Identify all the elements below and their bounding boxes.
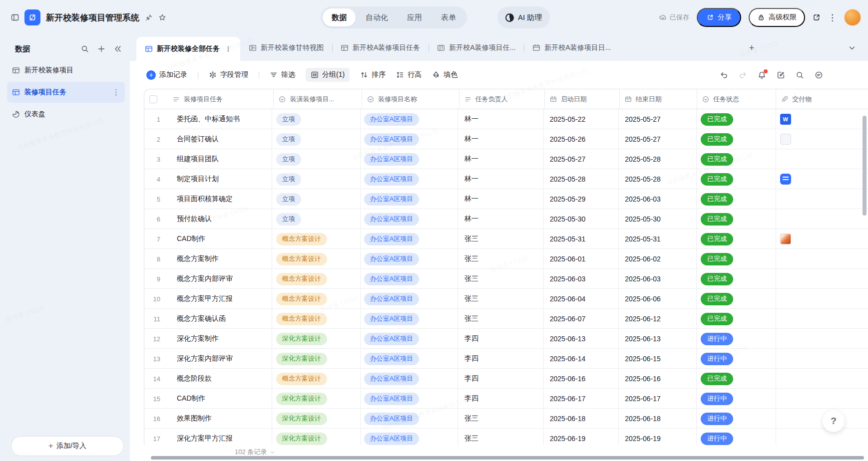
owner-cell[interactable]: 张三	[457, 409, 543, 429]
task-name-cell[interactable]: 概念方案确认函	[177, 314, 226, 323]
end-date-cell[interactable]: 2025-06-03	[618, 189, 696, 209]
task-name-cell[interactable]: 制定项目计划	[177, 175, 219, 184]
table-row[interactable]: 8 概念方案制作 概念方案设计 办公室A区项目 张三 2025-06-01 20…	[144, 249, 868, 269]
column-header[interactable]: 任务负责人	[459, 89, 544, 109]
view-tab[interactable]: 新开校装修全部任务 ⋮	[136, 37, 240, 61]
stage-tag[interactable]: 立项	[276, 173, 301, 186]
attachment-thumbnail[interactable]	[780, 233, 791, 244]
sidebar-item-menu-icon[interactable]: ⋮	[112, 88, 120, 97]
task-name-cell[interactable]: 合同签订确认	[177, 135, 219, 144]
sidebar-item[interactable]: 仪表盘 ⋮	[7, 104, 125, 125]
start-date-cell[interactable]: 2025-05-28	[543, 169, 619, 189]
star-icon[interactable]	[158, 13, 166, 21]
select-all-checkbox[interactable]	[149, 95, 157, 103]
mode-tab[interactable]: 应用	[398, 8, 431, 26]
end-date-cell[interactable]: 2025-06-16	[618, 369, 696, 389]
stage-tag[interactable]: 立项	[276, 133, 301, 146]
table-row[interactable]: 11 概念方案确认函 概念方案设计 办公室A区项目 张三 2025-06-07 …	[144, 309, 868, 329]
task-name-cell[interactable]: CAD制作	[177, 394, 206, 403]
sidebar-item[interactable]: 装修项目任务 ⋮	[7, 82, 125, 103]
status-badge[interactable]: 进行中	[701, 353, 733, 365]
start-date-cell[interactable]: 2025-06-01	[543, 249, 619, 269]
undo-icon[interactable]	[720, 71, 728, 79]
task-name-cell[interactable]: 委托函、中标通知书	[177, 115, 240, 124]
table-row[interactable]: 10 概念方案甲方汇报 概念方案设计 办公室A区项目 张三 2025-06-04…	[144, 289, 868, 309]
status-badge[interactable]: 进行中	[701, 433, 733, 445]
view-tab-menu-icon[interactable]: ⋮	[225, 45, 232, 53]
status-badge[interactable]: 进行中	[701, 413, 733, 425]
start-date-cell[interactable]: 2025-06-13	[543, 329, 619, 349]
end-date-cell[interactable]: 2025-06-02	[618, 249, 696, 269]
edit-record-icon[interactable]	[777, 71, 785, 79]
search-icon[interactable]	[81, 45, 89, 53]
project-tag[interactable]: 办公室A区项目	[364, 233, 420, 245]
end-date-cell[interactable]: 2025-05-28	[618, 149, 696, 169]
status-badge[interactable]: 进行中	[701, 393, 733, 405]
table-row[interactable]: 14 概念阶段款 概念方案设计 办公室A区项目 李四 2025-06-16 20…	[144, 369, 868, 389]
task-name-cell[interactable]: 深化方案甲方汇报	[177, 434, 233, 443]
start-date-cell[interactable]: 2025-06-04	[543, 289, 619, 309]
column-header[interactable]: 装修项目任务	[144, 89, 273, 109]
horizontal-scrollbar[interactable]	[151, 456, 864, 460]
stage-tag[interactable]: 深化方案设计	[276, 393, 327, 405]
sidebar-item[interactable]: 新开校装修项目 ⋮	[7, 60, 125, 81]
view-tab[interactable]: 新开校A装修项目任... ⋮	[429, 35, 524, 61]
project-tag[interactable]: 办公室A区项目	[364, 293, 420, 305]
project-tag[interactable]: 办公室A区项目	[364, 333, 420, 345]
vertical-scrollbar[interactable]	[863, 116, 867, 216]
owner-cell[interactable]: 李四	[457, 369, 543, 389]
table-row[interactable]: 12 深化方案制作 深化方案设计 办公室A区项目 李四 2025-06-13 2…	[144, 329, 868, 349]
project-tag[interactable]: 办公室A区项目	[364, 133, 420, 146]
mode-tab[interactable]: 数据	[323, 8, 356, 26]
group-button[interactable]: 分组(1)	[306, 68, 350, 82]
sidebar-toggle-icon[interactable]	[11, 13, 19, 21]
more-menu-icon[interactable]: ⋮	[828, 12, 837, 23]
column-header[interactable]: 装修项目名称	[362, 89, 459, 109]
table-row[interactable]: 16 效果图制作 深化方案设计 办公室A区项目 张三 2025-06-18 20…	[144, 409, 868, 429]
attachment-thumbnail[interactable]	[780, 114, 791, 125]
ai-assistant-button[interactable]: AI 助理	[497, 6, 550, 28]
project-tag[interactable]: 办公室A区项目	[364, 373, 420, 385]
owner-cell[interactable]: 林一	[457, 109, 543, 129]
project-tag[interactable]: 办公室A区项目	[364, 153, 420, 166]
table-row[interactable]: 9 概念方案内部评审 概念方案设计 办公室A区项目 张三 2025-06-03 …	[144, 269, 868, 289]
owner-cell[interactable]: 张三	[457, 269, 543, 289]
add-view-button[interactable]: +	[743, 35, 760, 61]
owner-cell[interactable]: 林一	[457, 169, 543, 189]
project-tag[interactable]: 办公室A区项目	[364, 213, 420, 226]
status-badge[interactable]: 已完成	[701, 153, 733, 166]
notification-bell-icon[interactable]	[758, 71, 766, 79]
column-header[interactable]: 装潢装修项目...	[273, 89, 362, 109]
project-tag[interactable]: 办公室A区项目	[364, 193, 420, 206]
task-name-cell[interactable]: 深化方案内部评审	[177, 354, 233, 363]
task-name-cell[interactable]: 概念方案制作	[177, 254, 219, 263]
task-name-cell[interactable]: 项目面积核算确定	[177, 195, 233, 204]
owner-cell[interactable]: 张三	[457, 249, 543, 269]
end-date-cell[interactable]: 2025-05-27	[618, 109, 696, 129]
stage-tag[interactable]: 概念方案设计	[276, 273, 327, 285]
chevron-down-icon[interactable]	[848, 44, 856, 52]
status-badge[interactable]: 已完成	[701, 273, 733, 285]
stage-tag[interactable]: 立项	[276, 193, 301, 206]
stage-tag[interactable]: 深化方案设计	[276, 333, 327, 345]
project-tag[interactable]: 办公室A区项目	[364, 413, 420, 425]
table-row[interactable]: 5 项目面积核算确定 立项 办公室A区项目 林一 2025-05-29 2025…	[144, 189, 868, 209]
end-date-cell[interactable]: 2025-06-13	[618, 329, 696, 349]
column-header[interactable]: 结束日期	[619, 89, 697, 109]
table-row[interactable]: 4 制定项目计划 立项 办公室A区项目 林一 2025-05-28 2025-0…	[144, 169, 868, 189]
end-date-cell[interactable]: 2025-05-30	[618, 209, 696, 229]
status-badge[interactable]: 已完成	[701, 193, 733, 206]
owner-cell[interactable]: 张三	[457, 309, 543, 329]
owner-cell[interactable]: 李四	[457, 329, 543, 349]
owner-cell[interactable]: 李四	[457, 389, 543, 409]
attachment-thumbnail[interactable]	[780, 134, 791, 145]
end-date-cell[interactable]: 2025-06-15	[618, 349, 696, 369]
view-tab[interactable]: 新开校A装修项目日... ⋮	[524, 35, 619, 61]
stage-tag[interactable]: 立项	[276, 213, 301, 226]
stage-tag[interactable]: 概念方案设计	[276, 293, 327, 305]
owner-cell[interactable]: 李四	[457, 349, 543, 369]
stage-tag[interactable]: 立项	[276, 113, 301, 126]
help-button[interactable]: ?	[823, 410, 845, 432]
table-row[interactable]: 6 预付款确认 立项 办公室A区项目 林一 2025-05-30 2025-05…	[144, 209, 868, 229]
avatar[interactable]	[844, 9, 861, 26]
